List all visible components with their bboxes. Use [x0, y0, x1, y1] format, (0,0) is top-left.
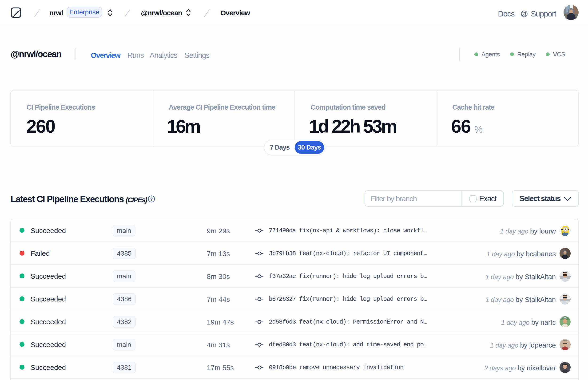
svg-text:?: ? [150, 197, 153, 202]
